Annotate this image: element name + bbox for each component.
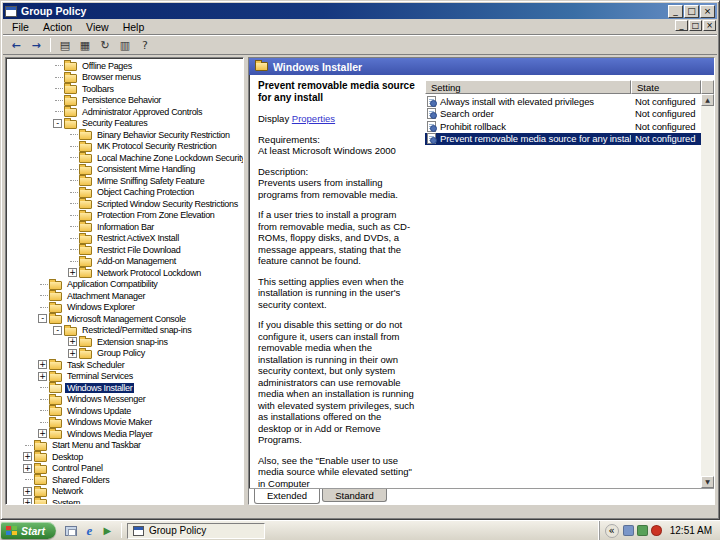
tree-item-protection-from-zone-elevation[interactable]: Protection From Zone Elevation: [6, 210, 243, 222]
tree-item-windows-messenger[interactable]: Windows Messenger: [6, 394, 243, 406]
scroll-down-button[interactable]: ▼: [701, 476, 714, 488]
tree-item-information-bar[interactable]: Information Bar: [6, 221, 243, 233]
tree-item-start-menu-and-taskbar[interactable]: Start Menu and Taskbar: [6, 440, 243, 452]
tree-item-windows-installer[interactable]: Windows Installer: [6, 382, 243, 394]
tray-alert-icon[interactable]: [651, 525, 662, 536]
help-button[interactable]: ?: [135, 37, 155, 54]
tree-item-group-policy[interactable]: +Group Policy: [6, 348, 243, 360]
properties-button[interactable]: ▦: [75, 37, 95, 54]
maximize-button[interactable]: □: [684, 5, 699, 18]
tree-item-browser-menus[interactable]: Browser menus: [6, 72, 243, 84]
tray-app-icon[interactable]: [637, 525, 648, 536]
setting-description-panel: Prevent removable media source for any i…: [249, 75, 425, 488]
collapse-toggle[interactable]: -: [53, 326, 62, 335]
media-player-icon[interactable]: ▶: [100, 524, 115, 538]
expand-toggle[interactable]: +: [68, 268, 77, 277]
tree-item-restricted-permitted-snap-ins[interactable]: -Restricted/Permitted snap-ins: [6, 325, 243, 337]
tree-item-restrict-activex-install[interactable]: Restrict ActiveX Install: [6, 233, 243, 245]
forward-button[interactable]: →: [26, 37, 46, 54]
collapse-toggle[interactable]: -: [38, 314, 47, 323]
tree-item-local-machine-zone-lockdown-security[interactable]: Local Machine Zone Lockdown Security: [6, 152, 243, 164]
expand-toggle[interactable]: +: [23, 452, 32, 461]
list-scrollbar[interactable]: ▲ ▼: [701, 94, 714, 488]
tree-item-microsoft-management-console[interactable]: -Microsoft Management Console: [6, 313, 243, 325]
refresh-button[interactable]: ↻: [95, 37, 115, 54]
expand-toggle[interactable]: +: [68, 349, 77, 358]
tree-item-toolbars[interactable]: Toolbars: [6, 83, 243, 95]
show-console-tree-button[interactable]: ▤: [55, 37, 75, 54]
expand-toggle[interactable]: +: [23, 487, 32, 496]
tree-item-windows-explorer[interactable]: Windows Explorer: [6, 302, 243, 314]
collapse-toggle[interactable]: -: [53, 119, 62, 128]
tree-item-label: Network Protocol Lockdown: [95, 268, 203, 278]
child-close-button[interactable]: ×: [703, 20, 716, 31]
tree-item-security-features[interactable]: -Security Features: [6, 118, 243, 130]
tree-item-windows-media-player[interactable]: +Windows Media Player: [6, 428, 243, 440]
settings-row-prevent-removable-media-source-for-any-install[interactable]: Prevent removable media source for any i…: [425, 133, 701, 146]
export-list-button[interactable]: ▥: [115, 37, 135, 54]
tree-connector: [68, 188, 78, 197]
tree-item-administrator-approved-controls[interactable]: Administrator Approved Controls: [6, 106, 243, 118]
title-bar[interactable]: Group Policy _□×: [3, 3, 717, 19]
tree-item-task-scheduler[interactable]: +Task Scheduler: [6, 359, 243, 371]
scroll-track[interactable]: [701, 106, 714, 476]
tray-chevron-button[interactable]: «: [605, 524, 619, 538]
scroll-up-button[interactable]: ▲: [701, 94, 714, 106]
child-maximize-button[interactable]: □: [689, 20, 702, 31]
tab-standard[interactable]: Standard: [322, 489, 387, 502]
tree-item-attachment-manager[interactable]: Attachment Manager: [6, 290, 243, 302]
tree-item-windows-movie-maker[interactable]: Windows Movie Maker: [6, 417, 243, 429]
tab-extended[interactable]: Extended: [254, 489, 320, 504]
expand-toggle[interactable]: +: [38, 360, 47, 369]
child-minimize-button[interactable]: _: [675, 20, 688, 31]
menu-file[interactable]: File: [5, 20, 36, 34]
tree-item-persistence-behavior[interactable]: Persistence Behavior: [6, 95, 243, 107]
tree-item-object-caching-protection[interactable]: Object Caching Protection: [6, 187, 243, 199]
tree-item-offline-pages[interactable]: Offline Pages: [6, 60, 243, 72]
folder-icon: [64, 85, 77, 94]
tree-item-control-panel[interactable]: +Control Panel: [6, 463, 243, 475]
show-desktop-icon[interactable]: [64, 524, 79, 538]
tree-item-mime-sniffing-safety-feature[interactable]: Mime Sniffing Safety Feature: [6, 175, 243, 187]
tree-item-shared-folders[interactable]: Shared Folders: [6, 474, 243, 486]
tree-item-extension-snap-ins[interactable]: +Extension snap-ins: [6, 336, 243, 348]
expand-toggle[interactable]: +: [38, 429, 47, 438]
tree-item-binary-behavior-security-restriction[interactable]: Binary Behavior Security Restriction: [6, 129, 243, 141]
expand-toggle[interactable]: +: [23, 464, 32, 473]
minimize-button[interactable]: _: [668, 5, 683, 18]
tree-item-mk-protocol-security-restriction[interactable]: MK Protocol Security Restriction: [6, 141, 243, 153]
settings-row-prohibit-rollback[interactable]: Prohibit rollbackNot configured: [425, 120, 701, 133]
settings-row-always-install-with-elevated-privileges[interactable]: Always install with elevated privilegesN…: [425, 95, 701, 108]
folder-icon: [64, 120, 77, 129]
tree-item-system[interactable]: +System: [6, 497, 243, 505]
folder-icon: [49, 304, 62, 313]
menu-help[interactable]: Help: [116, 20, 152, 34]
expand-toggle[interactable]: +: [68, 337, 77, 346]
tree-item-network-protocol-lockdown[interactable]: +Network Protocol Lockdown: [6, 267, 243, 279]
tray-status-icon[interactable]: [623, 525, 634, 536]
back-button[interactable]: ←: [6, 37, 26, 54]
internet-explorer-icon[interactable]: e: [82, 524, 97, 538]
tree-item-scripted-window-security-restrictions[interactable]: Scripted Window Security Restrictions: [6, 198, 243, 210]
tree-connector: [68, 153, 78, 162]
close-button[interactable]: ×: [700, 5, 715, 18]
expand-toggle[interactable]: +: [23, 498, 32, 505]
expand-toggle[interactable]: +: [38, 372, 47, 381]
tree-item-windows-update[interactable]: Windows Update: [6, 405, 243, 417]
tree-item-network[interactable]: +Network: [6, 486, 243, 498]
settings-row-search-order[interactable]: Search orderNot configured: [425, 108, 701, 121]
column-header-state[interactable]: State: [631, 80, 701, 94]
folder-icon: [79, 154, 92, 163]
taskbar-task-group-policy[interactable]: Group Policy: [127, 523, 265, 539]
tree-item-desktop[interactable]: +Desktop: [6, 451, 243, 463]
display-properties-link[interactable]: Properties: [292, 113, 335, 124]
column-header-setting[interactable]: Setting: [425, 80, 631, 94]
tree-item-application-compatibility[interactable]: Application Compatibility: [6, 279, 243, 291]
tree-item-add-on-management[interactable]: Add-on Management: [6, 256, 243, 268]
tree-item-terminal-services[interactable]: +Terminal Services: [6, 371, 243, 383]
menu-view[interactable]: View: [79, 20, 116, 34]
start-button[interactable]: Start: [1, 522, 56, 539]
tree-item-restrict-file-download[interactable]: Restrict File Download: [6, 244, 243, 256]
menu-action[interactable]: Action: [36, 20, 79, 34]
tree-item-consistent-mime-handling[interactable]: Consistent Mime Handling: [6, 164, 243, 176]
